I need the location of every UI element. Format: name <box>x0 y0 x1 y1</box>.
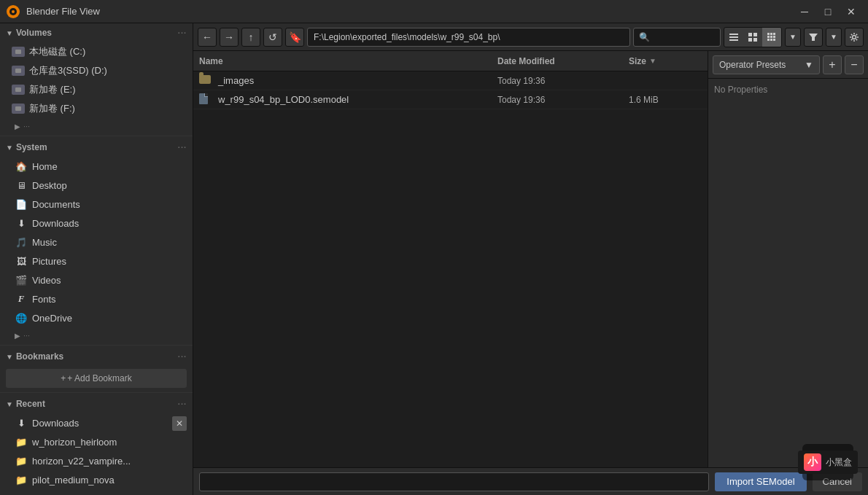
up-button[interactable]: ↑ <box>241 28 260 47</box>
file-row-images[interactable]: _images Today 19:36 <box>193 71 708 90</box>
svg-rect-15 <box>773 36 775 38</box>
drive-icon-c <box>12 47 25 57</box>
system-more-row[interactable]: ▶ ··· <box>0 327 193 343</box>
drive-icon-f <box>12 104 25 114</box>
add-bookmark-plus: + <box>61 373 66 383</box>
filter-dropdown-button[interactable]: ▼ <box>826 28 842 47</box>
svg-rect-3 <box>729 34 738 35</box>
desktop-icon: 🖥 <box>15 180 28 191</box>
downloads-label: Downloads <box>32 218 79 229</box>
drive-icon-e <box>12 85 25 95</box>
maximize-button[interactable]: □ <box>817 3 839 20</box>
videos-label: Videos <box>32 275 61 286</box>
recent-more: ··· <box>178 399 187 408</box>
bookmark-button[interactable]: 🔖 <box>285 28 304 47</box>
folder-icon-images <box>199 75 214 86</box>
bookmarks-section: ▼ Bookmarks ··· + + Add Bookmark <box>0 347 193 391</box>
bookmarks-chevron: ▼ <box>6 353 13 361</box>
gear-button[interactable] <box>845 28 864 47</box>
recent-item-downloads[interactable]: ⬇ Downloads <box>0 413 193 432</box>
add-bookmark-button[interactable]: + + Add Bookmark <box>6 369 187 388</box>
refresh-button[interactable]: ↺ <box>263 28 282 47</box>
system-more: ··· <box>178 143 187 152</box>
view-list-button[interactable] <box>724 28 743 47</box>
file-date-semodel: Today 19:36 <box>497 95 629 105</box>
sidebar-item-pictures[interactable]: 🖼 Pictures <box>0 252 193 270</box>
sidebar-item-fonts[interactable]: F Fonts <box>0 289 193 308</box>
svg-marker-19 <box>809 34 818 41</box>
expand-icon: ▶ <box>15 122 20 130</box>
volume-d[interactable]: 仓库盘3(SSD) (D:) <box>0 61 193 80</box>
forward-button[interactable]: → <box>220 28 239 47</box>
sidebar-item-desktop[interactable]: 🖥 Desktop <box>0 176 193 195</box>
volume-c-label: 本地磁盘 (C:) <box>29 45 85 58</box>
downloads-icon: ⬇ <box>15 218 28 229</box>
file-row-semodel[interactable]: w_r99_s04_bp_LOD0.semodel Today 19:36 1.… <box>193 90 708 109</box>
sort-arrow-icon[interactable]: ▼ <box>649 57 656 65</box>
col-name-header: Name <box>199 56 497 66</box>
divider-1 <box>0 136 193 136</box>
add-preset-button[interactable]: + <box>823 55 842 74</box>
operator-presets-label: Operator Presets <box>719 60 786 70</box>
svg-rect-11 <box>770 33 772 35</box>
back-button[interactable]: ← <box>198 28 217 47</box>
window-controls: ─ □ ✕ <box>794 3 862 20</box>
view-grid-sm-button[interactable] <box>743 28 762 47</box>
volume-c[interactable]: 本地磁盘 (C:) <box>0 42 193 61</box>
sidebar-item-videos[interactable]: 🎬 Videos <box>0 270 193 289</box>
volumes-header[interactable]: ▼ Volumes ··· <box>0 23 193 42</box>
desktop-label: Desktop <box>32 180 67 191</box>
properties-body: No Properties <box>708 79 868 101</box>
divider-3 <box>0 392 193 393</box>
path-input[interactable] <box>307 28 630 47</box>
pictures-icon: 🖼 <box>15 256 28 267</box>
properties-panel: Operator Presets ▼ + − No Properties <box>708 51 868 467</box>
operator-presets-dropdown[interactable]: Operator Presets ▼ <box>713 55 820 74</box>
volumes-more: ··· <box>178 28 187 37</box>
sidebar-item-onedrive[interactable]: 🌐 OneDrive <box>0 308 193 327</box>
recent-header[interactable]: ▼ Recent ··· <box>0 394 193 413</box>
system-section: ▼ System ··· 🏠 Home 🖥 Desktop 📄 Document… <box>0 138 193 343</box>
pictures-label: Pictures <box>32 256 66 267</box>
music-icon: 🎵 <box>15 237 28 248</box>
properties-header: Operator Presets ▼ + − <box>708 51 868 79</box>
system-more-dots: ··· <box>23 331 30 340</box>
svg-rect-12 <box>773 33 775 35</box>
recent-downloads-label: Downloads <box>32 418 79 429</box>
minimize-button[interactable]: ─ <box>794 3 815 20</box>
filter-button[interactable] <box>804 28 823 47</box>
sidebar-item-music[interactable]: 🎵 Music <box>0 233 193 252</box>
volume-e[interactable]: 新加卷 (E:) <box>0 80 193 99</box>
home-label: Home <box>32 161 58 172</box>
recent-item-horizon-v22[interactable]: 📁 horizon_v22_vampire... <box>0 451 193 470</box>
volumes-chevron: ▼ <box>6 29 13 37</box>
svg-rect-14 <box>770 36 772 38</box>
view-dropdown-button[interactable]: ▼ <box>785 28 801 47</box>
recent-close-button[interactable]: ✕ <box>172 416 187 431</box>
sidebar-item-documents[interactable]: 📄 Documents <box>0 195 193 214</box>
recent-chevron: ▼ <box>6 400 13 408</box>
recent-w-horizon-label: w_horizon_heirloom <box>32 437 117 448</box>
dropdown-arrow-icon: ▼ <box>805 60 813 70</box>
recent-item-pilot[interactable]: 📁 pilot_medium_nova <box>0 470 193 489</box>
recent-item-w-horizon[interactable]: 📁 w_horizon_heirloom <box>0 432 193 451</box>
view-grid-lg-button[interactable] <box>762 28 781 47</box>
volumes-more-row[interactable]: ▶ ··· <box>0 118 193 134</box>
view-btn-group <box>724 27 782 47</box>
svg-rect-16 <box>767 39 770 41</box>
filename-input[interactable] <box>199 472 709 491</box>
import-button[interactable]: Import SEModel <box>715 472 806 491</box>
more-dots: ··· <box>23 122 30 130</box>
volume-f-label: 新加卷 (F:) <box>29 102 75 115</box>
system-header[interactable]: ▼ System ··· <box>0 138 193 157</box>
sidebar-item-home[interactable]: 🏠 Home <box>0 157 193 176</box>
system-expand-icon: ▶ <box>15 332 20 340</box>
bookmarks-header[interactable]: ▼ Bookmarks ··· <box>0 347 193 366</box>
search-input[interactable] <box>633 28 721 47</box>
col-size-header: Size ▼ <box>629 56 702 66</box>
volume-f[interactable]: 新加卷 (F:) <box>0 99 193 118</box>
remove-preset-button[interactable]: − <box>845 55 864 74</box>
close-button[interactable]: ✕ <box>840 3 862 20</box>
sidebar-item-downloads[interactable]: ⬇ Downloads <box>0 214 193 233</box>
recent-folder-icon-2: 📁 <box>15 456 28 467</box>
